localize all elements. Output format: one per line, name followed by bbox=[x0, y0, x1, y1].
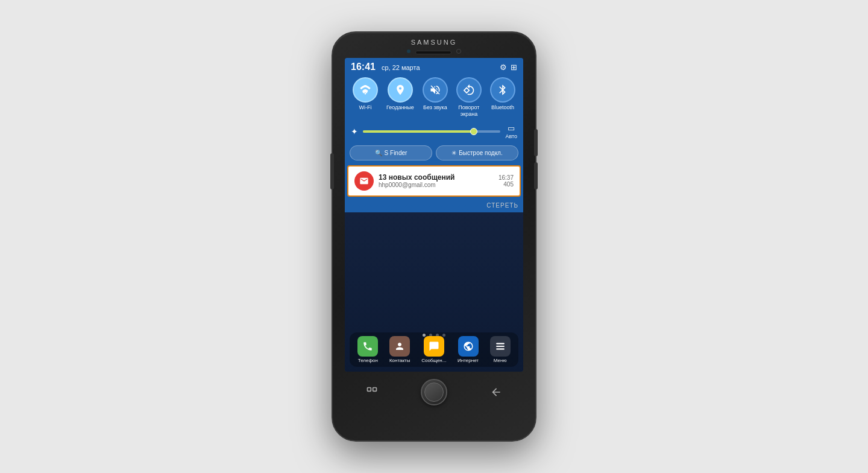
rotation-label: Поворотэкрана bbox=[458, 104, 479, 118]
quickconnect-button[interactable]: ✳ Быстрое подкл. bbox=[436, 145, 518, 160]
auto-label: Авто bbox=[505, 133, 517, 139]
brightness-auto-toggle[interactable]: ▭ Авто bbox=[505, 124, 517, 139]
quickconnect-label: Быстрое подкл. bbox=[459, 150, 503, 156]
settings-icon[interactable]: ⚙ bbox=[500, 63, 507, 72]
brightness-fill bbox=[363, 130, 473, 133]
home-button-inner bbox=[424, 383, 444, 402]
quickconnect-icon: ✳ bbox=[451, 150, 456, 156]
phone-device: SAMSUNG 16:41 ср, 22 марта ⚙ ⊞ bbox=[332, 31, 536, 442]
location-label: Геоданные bbox=[386, 104, 414, 111]
finder-row: 🔍 S Finder ✳ Быстрое подкл. bbox=[345, 143, 523, 165]
bixby-button[interactable] bbox=[534, 162, 538, 189]
svg-rect-4 bbox=[373, 388, 377, 392]
bluetooth-label: Bluetooth bbox=[491, 104, 514, 111]
recents-button[interactable] bbox=[363, 383, 381, 401]
sound-toggle-circle bbox=[423, 77, 448, 103]
notif-title: 13 новых сообщений bbox=[379, 173, 494, 182]
sfinder-button[interactable]: 🔍 S Finder bbox=[350, 145, 432, 160]
sfinder-label: S Finder bbox=[385, 150, 407, 156]
power-button[interactable] bbox=[534, 129, 538, 156]
nav-bar bbox=[345, 373, 523, 411]
grid-icon[interactable]: ⊞ bbox=[511, 63, 517, 72]
status-bar: 16:41 ср, 22 марта ⚙ ⊞ bbox=[345, 58, 523, 75]
dock-phone[interactable]: Телефон bbox=[357, 336, 378, 363]
bluetooth-toggle-circle bbox=[490, 77, 515, 103]
clear-button[interactable]: СТЕРЕТЬ bbox=[486, 202, 518, 209]
home-button[interactable] bbox=[421, 379, 447, 405]
back-button[interactable] bbox=[487, 383, 505, 401]
brightness-slider[interactable] bbox=[363, 130, 500, 133]
sfinder-icon: 🔍 bbox=[375, 150, 382, 156]
quick-toggles-row: Wi-Fi Геоданные Без звука bbox=[345, 75, 523, 121]
svg-rect-3 bbox=[368, 388, 371, 392]
dock-internet[interactable]: Интернет bbox=[458, 336, 479, 363]
dock-menu[interactable]: Меню bbox=[490, 336, 511, 363]
brand-logo: SAMSUNG bbox=[411, 39, 458, 46]
toggle-location[interactable]: Геоданные bbox=[386, 77, 414, 118]
brightness-row: ✦ ▭ Авто bbox=[345, 121, 523, 143]
notif-meta: 16:37 405 bbox=[498, 174, 514, 188]
internet-app-icon bbox=[458, 336, 479, 357]
status-icons: ⚙ ⊞ bbox=[500, 63, 517, 72]
wifi-toggle-circle bbox=[353, 77, 378, 103]
toggle-sound[interactable]: Без звука bbox=[423, 77, 448, 118]
messages-app-icon bbox=[424, 336, 444, 357]
notification-card[interactable]: 13 новых сообщений hhp0000@gmail.com 16:… bbox=[347, 165, 521, 197]
phone-top: SAMSUNG bbox=[333, 33, 535, 46]
screen: 16:41 ср, 22 марта ⚙ ⊞ Wi-Fi bbox=[345, 58, 523, 372]
app-dock: Телефон Контакты Сообщен... Интернет bbox=[350, 332, 518, 367]
notif-time: 16:37 bbox=[498, 174, 514, 181]
auto-icon: ▭ bbox=[508, 124, 515, 133]
notif-app-icon bbox=[354, 171, 374, 191]
dock-messages[interactable]: Сообщен... bbox=[421, 336, 446, 363]
speaker bbox=[415, 51, 451, 54]
sensor bbox=[407, 49, 410, 53]
clear-row: СТЕРЕТЬ bbox=[345, 197, 523, 212]
notification-panel: 16:41 ср, 22 марта ⚙ ⊞ Wi-Fi bbox=[345, 58, 523, 212]
notif-content: 13 новых сообщений hhp0000@gmail.com bbox=[379, 173, 494, 188]
brightness-thumb bbox=[470, 128, 477, 135]
status-date: ср, 22 марта bbox=[382, 64, 420, 71]
internet-app-label: Интернет bbox=[458, 358, 479, 363]
menu-app-icon bbox=[490, 336, 511, 357]
notif-count: 405 bbox=[498, 181, 514, 188]
phone-app-label: Телефон bbox=[358, 358, 378, 363]
rotation-toggle-circle bbox=[456, 77, 482, 103]
contacts-app-label: Контакты bbox=[389, 358, 410, 363]
toggle-wifi[interactable]: Wi-Fi bbox=[353, 77, 378, 118]
camera bbox=[456, 49, 461, 54]
camera-row bbox=[407, 48, 461, 54]
messages-app-label: Сообщен... bbox=[421, 358, 446, 363]
volume-button[interactable] bbox=[330, 153, 334, 189]
toggle-rotation[interactable]: Поворотэкрана bbox=[456, 77, 482, 118]
toggle-bluetooth[interactable]: Bluetooth bbox=[490, 77, 515, 118]
contacts-app-icon bbox=[389, 336, 410, 357]
menu-app-label: Меню bbox=[494, 358, 507, 363]
dock-contacts[interactable]: Контакты bbox=[389, 336, 410, 363]
sound-label: Без звука bbox=[423, 104, 447, 111]
status-time: 16:41 bbox=[351, 62, 376, 72]
brightness-low-icon: ✦ bbox=[351, 127, 358, 136]
phone-app-icon bbox=[357, 336, 378, 357]
location-toggle-circle bbox=[388, 77, 413, 103]
notif-subtitle: hhp0000@gmail.com bbox=[379, 182, 494, 188]
wifi-label: Wi-Fi bbox=[359, 104, 372, 111]
